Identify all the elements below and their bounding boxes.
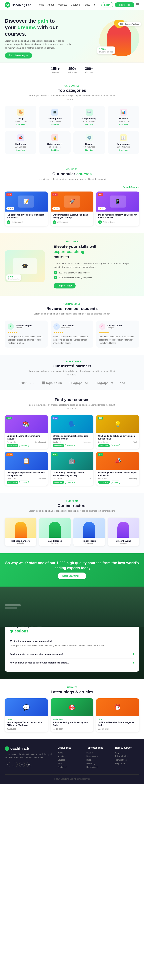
find-card-2[interactable]: 💡 $25 Crafting digital solutions: develo… — [96, 415, 139, 449]
course-reviews-2: (1.5K reviews) — [103, 221, 115, 223]
courses-tag: Courses — [5, 168, 139, 170]
find-preview-btn-4[interactable]: Preview — [65, 480, 74, 484]
cyber-security-btn[interactable]: Start Now — [41, 149, 69, 151]
social-youtube[interactable]: ▶ — [26, 762, 32, 767]
category-marketing[interactable]: 📣 Marketing 90+ Courses Start Now — [5, 131, 36, 154]
instructor-card-2[interactable]: Roger Harris Instructor — [73, 518, 105, 546]
footer-cat-design[interactable]: Design — [86, 752, 111, 754]
reviews-title: Reviews from our students — [5, 306, 139, 311]
find-enroll-btn-0[interactable]: Enroll Now — [7, 444, 18, 447]
footer-link-contact[interactable]: Contact us — [58, 766, 82, 768]
footer-cat-dev[interactable]: Development — [86, 755, 111, 757]
design-btn[interactable]: Start Now — [7, 124, 35, 126]
footer-support-terms[interactable]: Terms of use — [115, 759, 139, 761]
social-facebook[interactable]: f — [5, 762, 10, 767]
footer-link-about[interactable]: About us — [58, 755, 82, 757]
footer-description: Lorem ipsum dolor sit amet consectetur a… — [5, 753, 53, 759]
find-enroll-btn-2[interactable]: Enroll Now — [98, 444, 110, 447]
faq-question-2[interactable]: How do I have access to this course mate… — [9, 661, 135, 665]
footer-col-categories: Top categories Design Development Busine… — [86, 746, 111, 770]
social-twitter[interactable]: t — [12, 762, 17, 767]
instructor-card-1[interactable]: David Barnes Instructor — [39, 518, 71, 546]
category-business[interactable]: 📊 Business 120+ Courses Start Now — [108, 106, 139, 129]
nav-courses[interactable]: Courses — [71, 3, 80, 6]
cta-button[interactable]: Start Learning → — [58, 573, 87, 579]
category-cyber-security[interactable]: 🔒 Cyber security 80+ Courses Start Now — [39, 131, 71, 154]
find-preview-btn-0[interactable]: Preview — [19, 444, 29, 447]
cta-title: So why wait? start one of our 1,000 high… — [5, 560, 139, 571]
reviewer-role-1: Developer — [62, 327, 74, 329]
data-science-btn[interactable]: Start Now — [110, 149, 138, 151]
blog-card-1[interactable]: 🎯 Productivity A Smarter Setting and Ach… — [51, 698, 93, 732]
nav-websites[interactable]: Websites — [57, 3, 67, 6]
hamburger-icon[interactable]: ☰ — [136, 3, 139, 7]
faq-question-0[interactable]: What is the best way to learn new skills… — [9, 639, 135, 643]
login-button[interactable]: Login — [101, 2, 113, 7]
faq-toggle-1[interactable]: + — [133, 652, 135, 656]
see-all-link[interactable]: See all Courses — [123, 186, 139, 188]
footer-link-courses[interactable]: Courses — [58, 759, 82, 761]
social-linkedin[interactable]: in — [19, 762, 25, 767]
find-enroll-btn-3[interactable]: Enroll Now — [7, 480, 18, 484]
blog-tag-1: Productivity — [52, 718, 92, 721]
course-title-1: Entrepreneurship 101: launching and scal… — [52, 213, 92, 219]
find-card-1[interactable]: 🗣️ Free Introducing communication langua… — [51, 415, 93, 449]
category-programming[interactable]: ⌨️ Programming 180+ Courses Start Now — [73, 106, 105, 129]
footer-link-blog[interactable]: Blog — [58, 762, 82, 765]
find-card-5[interactable]: 📣 $25 Mastering online courses: search e… — [96, 452, 139, 485]
programming-btn[interactable]: Start Now — [75, 124, 103, 126]
footer-cat-business[interactable]: Business — [86, 759, 111, 761]
coaching-register-button[interactable]: Register Now — [54, 283, 76, 288]
nav-home[interactable]: Home — [38, 3, 44, 6]
find-card-3[interactable]: 📋 $100 Develop your organisation skills … — [5, 452, 48, 485]
faq-question-1[interactable]: Can I complete the courses at my own dis… — [9, 652, 135, 656]
course-card-2[interactable]: 📱 $34 ★4.7 Digital marketing mastery: st… — [96, 191, 139, 226]
find-preview-btn-3[interactable]: Preview — [19, 480, 29, 484]
find-enroll-btn-4[interactable]: Enroll Now — [52, 480, 64, 484]
find-card-4[interactable]: 🤖 $35 Transforming technology: AI and ma… — [51, 452, 93, 485]
instructor-card-3[interactable]: Vincent Evans Instructor — [108, 518, 139, 546]
faq-toggle-2[interactable]: + — [133, 661, 135, 665]
blog-card-0[interactable]: 💬 Career How to Improve Your Communicati… — [5, 698, 48, 732]
marketing-btn[interactable]: Start Now — [7, 149, 35, 151]
footer-support-faq[interactable]: FAQ — [115, 752, 139, 754]
nav-about[interactable]: About — [47, 3, 54, 6]
find-enroll-btn-1[interactable]: Enroll Now — [52, 444, 64, 447]
footer-cat-data[interactable]: Data science — [86, 766, 111, 768]
devops-count: 60+ Courses — [75, 146, 103, 148]
footer-support-help[interactable]: Help center — [115, 762, 139, 765]
find-preview-btn-2[interactable]: Preview — [111, 444, 120, 447]
find-preview-btn-5[interactable]: Preview — [111, 480, 120, 484]
check-icon-0: ✓ — [54, 271, 57, 274]
register-button[interactable]: Register Free — [115, 2, 135, 7]
development-btn[interactable]: Start Now — [41, 124, 69, 126]
find-enroll-btn-5[interactable]: Enroll Now — [98, 480, 110, 484]
category-development[interactable]: 💻 Development 200+ Courses Start Now — [39, 106, 71, 129]
hero-badge-num: 15K+ — [99, 48, 113, 51]
footer-col-links-heading: Useful links — [58, 746, 82, 749]
course-meta-2: A (1.5K reviews) — [98, 220, 137, 224]
faq-bg — [0, 587, 144, 627]
logo[interactable]: Coaching Lab — [5, 2, 32, 8]
footer-link-home[interactable]: Home — [58, 752, 82, 754]
instructor-card-0[interactable]: Rebecca Sanders Instructor — [5, 518, 36, 546]
faq-toggle-0[interactable]: − — [133, 639, 135, 643]
course-card-1[interactable]: 🚀 $39 ★4.6 Entrepreneurship 101: launchi… — [51, 191, 93, 226]
business-icon: 📊 — [120, 108, 127, 116]
nav-pages[interactable]: Pages — [84, 3, 90, 6]
footer-cat-marketing[interactable]: Marketing — [86, 762, 111, 765]
category-data-science[interactable]: 📈 Data science 110+ Courses Start Now — [108, 131, 139, 154]
category-devops[interactable]: ⚙️ Devops 60+ Courses Start Now — [73, 131, 105, 154]
find-card-0[interactable]: 📚 $25 Unriding the world of programming … — [5, 415, 48, 449]
blog-card-2[interactable]: ⏰ Tips 10 Tips to Maximise Time Manageme… — [96, 698, 139, 732]
business-btn[interactable]: Start Now — [110, 124, 138, 126]
blog-date-1: Jan 18, 2024 — [52, 728, 92, 730]
course-card-0[interactable]: 📝 $49 ★4.8 Full stack web development wi… — [5, 191, 48, 226]
category-design[interactable]: 🎨 Design 150+ Courses Start Now — [5, 106, 36, 129]
devops-btn[interactable]: Start Now — [75, 149, 103, 151]
hero-cta-button[interactable]: Start Learning → — [5, 52, 32, 59]
find-preview-btn-1[interactable]: Preview — [65, 444, 74, 447]
footer-support-privacy[interactable]: Privacy Policy — [115, 755, 139, 757]
course-badge-2: $34 — [98, 193, 103, 196]
nav-more[interactable]: ▾ — [94, 3, 95, 6]
